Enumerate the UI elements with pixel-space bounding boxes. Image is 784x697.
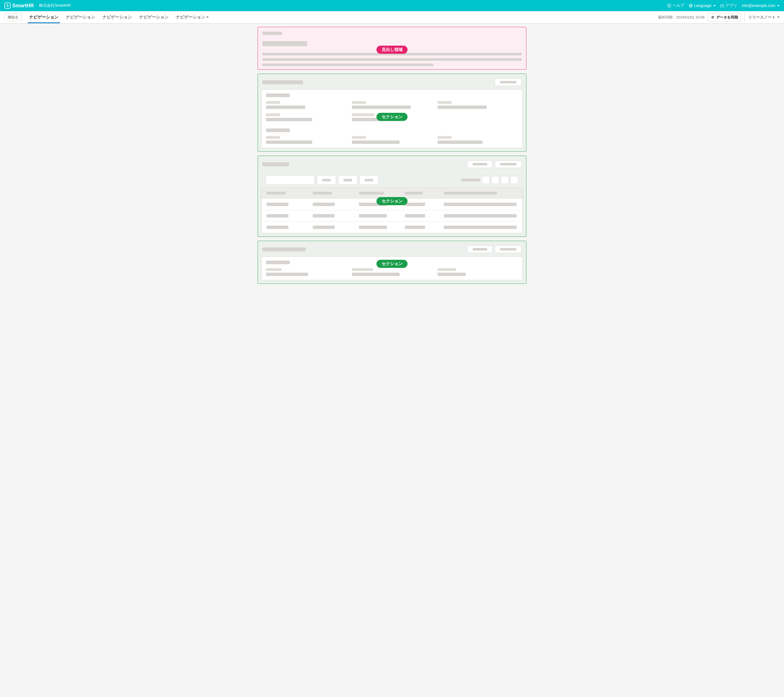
field [352, 136, 432, 144]
last-sync: 最終同期：2024/01/01 10:09 [658, 15, 705, 20]
help-label: ヘルプ [672, 3, 684, 8]
navbar: 機能名 ナビゲーション ナビゲーション ナビゲーション ナビゲーション ナビゲー… [0, 11, 784, 23]
svg-rect-5 [720, 5, 724, 7]
caret-down-icon [713, 5, 716, 7]
brand-mark-icon: S [5, 3, 11, 9]
field [352, 101, 432, 109]
divider [744, 13, 745, 21]
pager-last-button[interactable] [511, 176, 518, 184]
language-menu[interactable]: Language [689, 3, 716, 8]
field [352, 268, 432, 276]
section-title-placeholder [262, 247, 306, 252]
filter-button[interactable] [338, 175, 357, 185]
section-region-2: セクション [258, 156, 526, 237]
section-badge-2: セクション [377, 197, 408, 205]
help-icon: ? [667, 3, 671, 8]
filter-button[interactable] [317, 175, 336, 185]
field [266, 136, 346, 144]
section-action-button[interactable] [467, 160, 492, 168]
function-name-badge: 機能名 [5, 14, 21, 21]
field [266, 113, 346, 121]
field [266, 101, 346, 109]
apps-icon [720, 3, 724, 8]
section-badge-3: セクション [377, 260, 408, 268]
last-sync-label: 最終同期： [658, 15, 676, 19]
section-action-button[interactable] [495, 78, 522, 86]
section-title-placeholder [262, 162, 289, 166]
last-sync-time: 2024/01/01 10:09 [676, 15, 705, 19]
card-subtitle-placeholder [266, 128, 290, 132]
pager-prev-button[interactable] [491, 176, 499, 184]
refresh-icon [711, 15, 715, 19]
release-notes-label: リリースノート [748, 15, 776, 20]
breadcrumb-placeholder [262, 32, 282, 35]
section-region-1: セクション [258, 74, 526, 152]
sync-button-label: データを同期 [716, 15, 738, 20]
desc-line [262, 58, 522, 61]
field [438, 101, 518, 109]
nav-tabs: ナビゲーション ナビゲーション ナビゲーション ナビゲーション ナビゲーション [25, 11, 212, 23]
section-action-button[interactable] [467, 245, 492, 253]
apps-menu[interactable]: アプリ [720, 3, 737, 8]
card-subtitle-placeholder [266, 94, 290, 97]
caret-down-icon [777, 16, 779, 18]
nav-tab-1[interactable]: ナビゲーション [62, 11, 99, 23]
section-action-button[interactable] [495, 160, 522, 168]
search-input[interactable] [266, 175, 315, 185]
table-toolbar [261, 171, 523, 187]
help-link[interactable]: ? ヘルプ [667, 3, 684, 8]
brand-logo[interactable]: S SmartHR [5, 3, 34, 9]
nav-tab-4[interactable]: ナビゲーション [172, 11, 212, 23]
nav-tab-3[interactable]: ナビゲーション [135, 11, 172, 23]
section-region-3: セクション [258, 241, 526, 284]
field [266, 268, 346, 276]
table-row[interactable] [262, 222, 522, 233]
pager-first-button[interactable] [482, 176, 490, 184]
topbar: S SmartHR 株式会社SmartHR ? ヘルプ Language アプリ… [0, 0, 784, 11]
brand-name: SmartHR [12, 3, 34, 9]
language-label: Language [694, 3, 712, 8]
desc-line [262, 64, 433, 66]
section-badge-1: セクション [377, 113, 408, 121]
account-menu[interactable]: info@example.com [742, 3, 779, 8]
data-table [261, 187, 523, 233]
apps-label: アプリ [725, 3, 737, 8]
caret-down-icon [777, 5, 779, 7]
pager-next-button[interactable] [501, 176, 509, 184]
field [438, 268, 518, 276]
sync-button[interactable]: データを同期 [708, 13, 741, 21]
svg-text:?: ? [669, 5, 670, 7]
company-name: 株式会社SmartHR [39, 3, 71, 8]
heading-region: 見出し領域 [258, 27, 526, 70]
section-title-placeholder [262, 81, 303, 84]
nav-tab-4-label: ナビゲーション [176, 15, 205, 20]
filter-button[interactable] [359, 175, 379, 185]
heading-region-badge: 見出し領域 [377, 46, 408, 54]
release-notes-menu[interactable]: リリースノート [748, 15, 779, 20]
field [438, 136, 518, 144]
globe-icon [689, 3, 693, 8]
account-email: info@example.com [742, 3, 775, 8]
table-row[interactable] [262, 210, 522, 222]
nav-tab-0[interactable]: ナビゲーション [25, 11, 62, 23]
section-action-button[interactable] [495, 245, 522, 253]
nav-tab-2[interactable]: ナビゲーション [99, 11, 135, 23]
caret-down-icon [206, 16, 209, 18]
pager-info [461, 179, 480, 181]
card-subtitle-placeholder [266, 261, 290, 264]
page-title-placeholder [262, 41, 307, 46]
